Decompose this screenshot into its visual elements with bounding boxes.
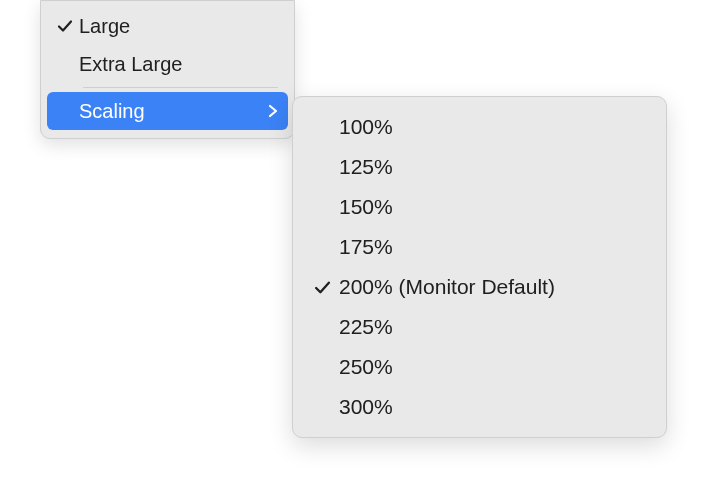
check-icon <box>305 279 339 296</box>
menu-item-label: Scaling <box>79 100 258 123</box>
scaling-option-300[interactable]: 300% <box>301 387 658 427</box>
menu-item-large[interactable]: Large <box>47 7 288 45</box>
check-icon <box>51 18 79 34</box>
menu-item-label: 150% <box>339 195 648 219</box>
scaling-option-150[interactable]: 150% <box>301 187 658 227</box>
scaling-option-200[interactable]: 200% (Monitor Default) <box>301 267 658 307</box>
menu-item-label: 200% (Monitor Default) <box>339 275 648 299</box>
scaling-submenu: 100% 125% 150% 175% 200% (Monitor Defaul… <box>292 96 667 438</box>
size-menu: Large Extra Large Scaling <box>40 0 295 139</box>
menu-separator <box>83 87 278 88</box>
chevron-right-icon <box>258 104 278 118</box>
scaling-option-100[interactable]: 100% <box>301 107 658 147</box>
menu-item-label: 300% <box>339 395 648 419</box>
menu-item-label: 125% <box>339 155 648 179</box>
menu-item-label: Extra Large <box>79 53 278 76</box>
menu-item-label: 175% <box>339 235 648 259</box>
menu-item-label: 250% <box>339 355 648 379</box>
menu-item-label: Large <box>79 15 278 38</box>
menu-item-label: 225% <box>339 315 648 339</box>
scaling-option-175[interactable]: 175% <box>301 227 658 267</box>
scaling-option-125[interactable]: 125% <box>301 147 658 187</box>
menu-item-label: 100% <box>339 115 648 139</box>
menu-item-scaling[interactable]: Scaling <box>47 92 288 130</box>
scaling-option-225[interactable]: 225% <box>301 307 658 347</box>
scaling-option-250[interactable]: 250% <box>301 347 658 387</box>
menu-item-extra-large[interactable]: Extra Large <box>47 45 288 83</box>
